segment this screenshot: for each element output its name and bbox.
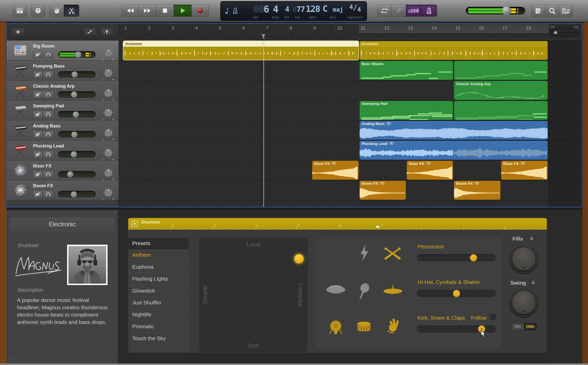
catch-playhead-button[interactable] <box>100 28 113 36</box>
mute-button[interactable] <box>33 131 43 138</box>
fills-knob[interactable] <box>509 245 539 274</box>
preset-item-anthem[interactable]: Anthem <box>128 249 189 261</box>
tuner-button[interactable] <box>392 5 406 17</box>
drumsticks-icon[interactable] <box>383 247 402 262</box>
editor-region-strip[interactable]: Drummer 1234567 <box>128 218 547 230</box>
solo-button[interactable] <box>43 171 53 178</box>
region-bass-waves[interactable]: Bass Waves <box>360 61 453 80</box>
pan-knob[interactable]: L R <box>102 47 114 60</box>
track-header-boom-fx[interactable]: Boom FX L R <box>7 180 119 200</box>
volume-slider[interactable] <box>58 111 96 118</box>
mute-button[interactable] <box>33 91 43 98</box>
metronome-button[interactable] <box>421 5 437 17</box>
smart-controls-button[interactable] <box>49 5 64 17</box>
region-classic-analog-arp[interactable]: Classic Analog Arp <box>454 81 548 100</box>
region-drummer[interactable]: Drummer <box>360 41 548 60</box>
pan-knob[interactable]: L R <box>102 67 114 80</box>
fills-lock-icon[interactable] <box>530 236 533 241</box>
xy-pad[interactable]: Loud Soft Simple Complex <box>199 238 308 352</box>
track-header-classic-analog-arp[interactable]: Classic Analog Arp L R <box>7 81 119 101</box>
track-header-analog-bass[interactable]: Analog Bass L R <box>7 120 119 140</box>
solo-button[interactable] <box>43 91 53 98</box>
master-volume-slider[interactable] <box>466 7 525 15</box>
track-header-big-room[interactable]: Big Room L R <box>7 41 119 61</box>
pan-knob[interactable]: L R <box>102 167 114 180</box>
electronic-kit-icon[interactable] <box>359 244 370 263</box>
region-play-icon[interactable] <box>131 221 138 228</box>
tambourine-icon[interactable] <box>326 285 346 296</box>
pan-knob[interactable]: L R <box>102 147 114 160</box>
editors-button[interactable] <box>64 5 79 17</box>
cymbal-icon[interactable] <box>382 284 403 298</box>
region-sweeping-pad[interactable]: Sweeping Pad <box>360 101 453 120</box>
kick-drum-icon[interactable] <box>329 320 343 336</box>
preset-item-touch-the-sky[interactable]: Touch the Sky <box>128 333 189 344</box>
editor-playhead-marker[interactable] <box>375 225 380 230</box>
lcd-display[interactable]: 006 bar 4 beat 4 div 077 tick 128 <box>220 1 367 21</box>
snare-drum-icon[interactable] <box>357 321 371 333</box>
volume-slider[interactable] <box>58 191 96 198</box>
playhead-line[interactable] <box>263 41 264 207</box>
zoom-slider-overlay[interactable] <box>550 28 578 36</box>
pan-knob[interactable]: L R <box>102 87 114 100</box>
swing-knob[interactable] <box>509 288 539 318</box>
loop-browser-button[interactable] <box>545 5 559 17</box>
library-button[interactable] <box>13 5 27 17</box>
mute-button[interactable] <box>33 171 43 178</box>
preset-item-nightlife[interactable]: Nightlife <box>128 309 189 321</box>
swing-lock-icon[interactable] <box>532 280 535 285</box>
clap-hand-icon[interactable] <box>386 318 401 335</box>
solo-button[interactable] <box>43 131 53 138</box>
preset-item-glowstick[interactable]: Glowstick <box>128 285 189 297</box>
solo-button[interactable] <box>43 51 53 58</box>
region-boom-fx[interactable]: Boom FX <box>454 181 500 200</box>
cycle-button[interactable] <box>377 5 392 17</box>
solo-button[interactable] <box>43 111 53 118</box>
count-in-button[interactable]: 1234 <box>406 5 421 17</box>
pan-knob[interactable]: L R <box>102 127 114 140</box>
mute-button[interactable] <box>33 151 43 158</box>
master-volume-thumb[interactable] <box>502 6 511 15</box>
region-loop[interactable] <box>454 61 548 80</box>
region-drummer[interactable]: Drummer <box>123 41 359 60</box>
track-header-sweeping-pad[interactable]: Sweeping Pad L R <box>7 100 119 120</box>
region-plucking-lead[interactable]: Plucking Lead <box>360 141 548 160</box>
play-button[interactable] <box>174 5 192 17</box>
quick-help-button[interactable]: ? <box>31 5 45 17</box>
region-analog-bass[interactable]: Analog Bass <box>360 121 548 140</box>
ruler[interactable]: 1234567891011121314151617181920 <box>119 24 582 41</box>
record-button[interactable] <box>192 5 209 17</box>
pan-knob[interactable]: L R <box>102 107 114 120</box>
preset-item-euphoria[interactable]: Euphoria <box>128 261 189 273</box>
track-header-pumping-bass[interactable]: Pumping Bass L R <box>7 61 119 81</box>
pan-knob[interactable]: L R <box>102 187 114 200</box>
mute-button[interactable] <box>33 111 43 118</box>
shaker-icon[interactable] <box>355 283 371 302</box>
track-header-plucking-lead[interactable]: Plucking Lead L R <box>7 140 119 160</box>
percussion-slider[interactable] <box>417 254 496 261</box>
media-browser-button[interactable] <box>559 5 573 17</box>
xy-pad-puck[interactable] <box>294 254 304 264</box>
region-loop[interactable] <box>454 101 548 120</box>
region-riser-fx[interactable]: Riser FX <box>501 161 548 180</box>
solo-button[interactable] <box>43 191 53 198</box>
volume-slider[interactable] <box>58 131 96 138</box>
forward-button[interactable] <box>139 5 156 17</box>
volume-slider[interactable] <box>58 151 96 158</box>
solo-button[interactable] <box>43 71 53 78</box>
volume-slider[interactable] <box>58 51 96 58</box>
preset-item-prismatic[interactable]: Prismatic <box>128 321 189 333</box>
preset-item-just-shufflin[interactable]: Just Shufflin <box>128 297 189 309</box>
mute-button[interactable] <box>33 191 43 198</box>
lanes[interactable]: Drummer Drummer Bass Waves Classic Analo… <box>119 41 582 207</box>
rewind-button[interactable] <box>121 5 139 17</box>
swing-8th-option[interactable]: 8th <box>512 323 524 330</box>
playhead-marker[interactable] <box>261 34 266 39</box>
hihat-slider[interactable] <box>417 290 496 297</box>
notepad-button[interactable] <box>531 5 545 17</box>
volume-slider[interactable] <box>58 171 96 178</box>
region-riser-fx[interactable]: Riser FX <box>407 161 453 180</box>
volume-slider[interactable] <box>58 71 96 78</box>
genre-button[interactable]: Electronic <box>10 217 114 231</box>
swing-16th-option[interactable]: 16th <box>524 323 536 330</box>
